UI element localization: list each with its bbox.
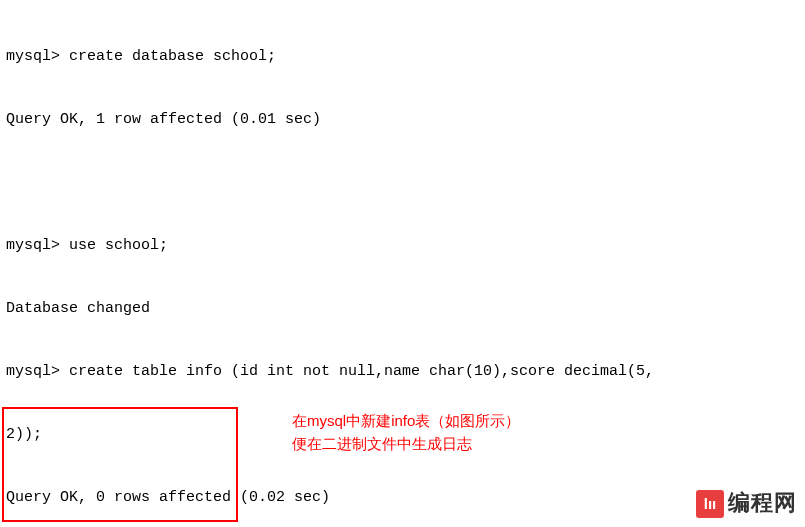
watermark: lıı 编程网 xyxy=(696,488,797,519)
annotation-text: 在mysql中新建info表（如图所示） 便在二进制文件中生成日志 xyxy=(292,410,520,455)
watermark-text: 编程网 xyxy=(728,488,797,519)
terminal-line: Query OK, 1 row affected (0.01 sec) xyxy=(6,109,799,130)
terminal-line xyxy=(6,172,799,193)
terminal-line: mysql> use school; xyxy=(6,235,799,256)
terminal-line: Database changed xyxy=(6,298,799,319)
annotation-line2: 便在二进制文件中生成日志 xyxy=(292,433,520,456)
watermark-logo-icon: lıı xyxy=(696,490,724,518)
terminal-line: mysql> create database school; xyxy=(6,46,799,67)
annotation-line1: 在mysql中新建info表（如图所示） xyxy=(292,410,520,433)
terminal-line: mysql> create table info (id int not nul… xyxy=(6,361,799,382)
terminal-line: Query OK, 0 rows affected (0.02 sec) xyxy=(6,487,799,508)
